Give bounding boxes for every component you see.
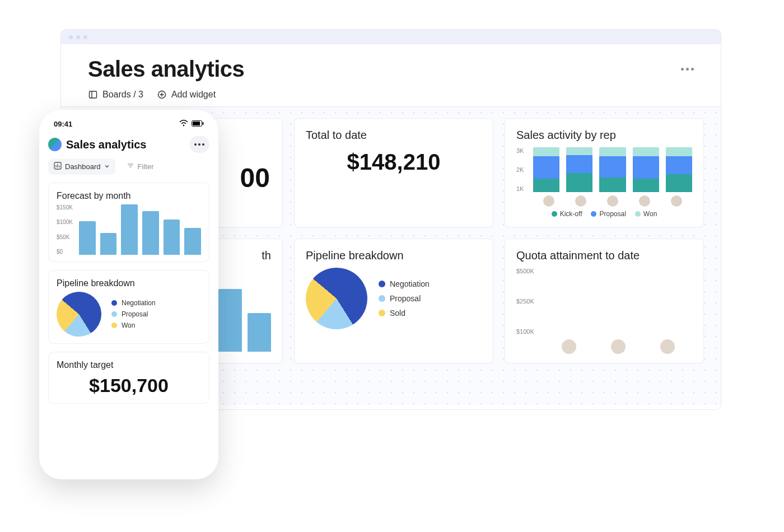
window-dot-icon [76, 35, 80, 39]
svg-rect-8 [203, 122, 204, 125]
legend-label: Kick-off [560, 210, 582, 218]
window-dot-icon [69, 35, 73, 39]
card-title: Quota attainment to date [516, 249, 692, 262]
chart-y-ticks: $500K $250K $100K [516, 268, 534, 335]
avatar [611, 339, 626, 354]
legend-label: Sold [390, 309, 405, 318]
mobile-cards: Forecast by month $150K $100K $50K $0 Pi… [48, 183, 209, 404]
card-title: Forecast by month [57, 191, 201, 201]
dashboard-dropdown[interactable]: Dashboard [48, 158, 115, 175]
statusbar-time: 09:41 [54, 120, 72, 128]
toolbar: Boards / 3 Add widget [61, 87, 721, 107]
y-tick: $500K [516, 268, 534, 274]
pie-chart [293, 255, 380, 342]
card-title: Total to date [306, 129, 482, 142]
legend-label: Won [122, 321, 135, 329]
avatar [639, 195, 650, 207]
chart-y-ticks: 3K 2K 1K [516, 147, 524, 192]
rep-avatars [544, 339, 692, 354]
y-tick: $100K [57, 219, 73, 225]
mobile-controls: Dashboard Filter [48, 158, 209, 175]
avatar [607, 195, 618, 207]
mobile-header: Sales analytics [48, 136, 209, 153]
chart-legend: Negotiation Proposal Sold [379, 279, 430, 318]
page-title: Sales analytics [88, 57, 244, 82]
filter-icon [127, 162, 134, 171]
card-title: Monthly target [57, 360, 201, 370]
y-tick: $100K [516, 328, 534, 335]
y-tick: $150K [57, 204, 73, 211]
boards-label: Boards / 3 [102, 90, 143, 100]
bar-chart [79, 204, 201, 255]
filter-label: Filter [138, 162, 154, 171]
logo-icon [48, 138, 62, 151]
boards-control[interactable]: Boards / 3 [88, 90, 143, 100]
chart-legend: Kick-off Proposal Won [516, 210, 692, 218]
avatar [660, 339, 675, 354]
avatar [562, 339, 576, 354]
legend-label: Proposal [599, 210, 626, 218]
y-tick: $0 [57, 249, 73, 255]
window-dot-icon [83, 35, 87, 39]
mobile-device: 09:41 Sales analytics Dashboard Filter F… [39, 110, 218, 479]
chevron-down-icon [104, 162, 110, 171]
card-title: Pipeline breakdown [306, 249, 482, 262]
dashboard-label: Dashboard [65, 162, 101, 171]
y-tick: $50K [57, 234, 73, 240]
grouped-bar-chart [544, 268, 692, 335]
window-header: Sales analytics [61, 44, 721, 87]
legend-label: Proposal [390, 294, 421, 303]
more-button[interactable] [676, 61, 698, 78]
card-pipeline-breakdown[interactable]: Pipeline breakdown Negotiation Proposal … [294, 239, 493, 363]
avatar [671, 195, 682, 207]
svg-rect-0 [90, 91, 97, 98]
total-to-date-value: $148,210 [306, 150, 482, 175]
mobile-card-monthly-target[interactable]: Monthly target $150,700 [48, 352, 209, 404]
card-quota-attainment[interactable]: Quota attainment to date $500K $250K $10… [505, 239, 704, 363]
bar [248, 313, 271, 352]
battery-icon [192, 120, 204, 128]
wifi-icon [179, 120, 188, 128]
mobile-card-forecast[interactable]: Forecast by month $150K $100K $50K $0 [48, 183, 209, 262]
chart-y-ticks: $150K $100K $50K $0 [57, 204, 73, 255]
mobile-title: Sales analytics [66, 138, 146, 151]
plus-circle-icon [157, 90, 167, 100]
add-widget-button[interactable]: Add widget [157, 90, 216, 100]
chart-legend: Negotiation Proposal Won [111, 299, 156, 329]
avatar [543, 195, 554, 207]
chart-icon [54, 162, 62, 171]
y-tick: 1K [516, 185, 524, 192]
legend-label: Negotiation [390, 279, 430, 288]
window-titlebar [61, 30, 721, 44]
y-tick: $250K [516, 298, 534, 305]
mobile-statusbar: 09:41 [48, 120, 209, 133]
add-widget-label: Add widget [171, 90, 216, 100]
mobile-card-pipeline[interactable]: Pipeline breakdown Negotiation Proposal … [48, 270, 209, 344]
y-tick: 3K [516, 147, 524, 154]
legend-label: Won [643, 210, 657, 218]
legend-label: Proposal [122, 310, 148, 318]
bar [218, 289, 242, 352]
svg-rect-7 [193, 122, 200, 125]
stacked-bar-chart [533, 147, 692, 192]
svg-point-5 [183, 125, 185, 127]
card-total-to-date[interactable]: Total to date $148,210 [294, 118, 493, 227]
boards-icon [88, 90, 98, 100]
card-title: Pipeline breakdown [57, 278, 201, 288]
avatar [575, 195, 586, 207]
pie-chart [48, 283, 111, 346]
mobile-more-button[interactable] [189, 136, 209, 153]
y-tick: 2K [516, 166, 524, 173]
rep-avatars [533, 195, 692, 207]
monthly-target-value: $150,700 [57, 375, 201, 396]
card-title: Sales activity by rep [516, 129, 692, 142]
card-sales-activity[interactable]: Sales activity by rep 3K 2K 1K [505, 118, 704, 227]
filter-button[interactable]: Filter [121, 158, 160, 175]
legend-label: Negotiation [122, 299, 156, 307]
